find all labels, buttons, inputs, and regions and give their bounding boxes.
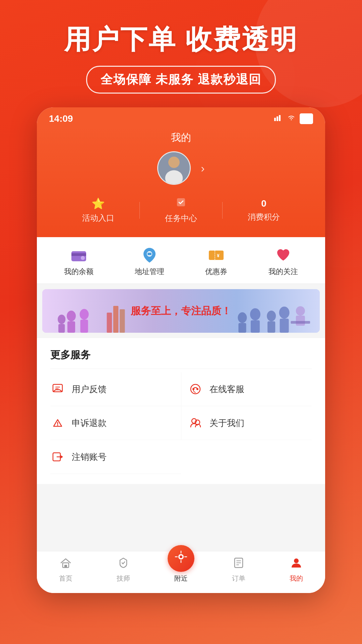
stat-task-label: 任务中心 [165,213,197,224]
signal-icon [274,114,283,123]
svg-rect-28 [251,320,260,333]
heart-label: 我的关注 [268,267,298,277]
about-label: 关于我们 [209,417,244,429]
nav-home-label: 首页 [59,574,72,583]
nearby-button[interactable] [168,545,194,572]
task-icon [176,197,186,210]
svg-point-18 [67,311,76,321]
status-time: 14:09 [49,113,73,124]
svg-text:¥: ¥ [217,253,220,258]
orders-icon [233,557,245,572]
phone-mockup: 14:09 75 我的 [37,107,325,593]
wifi-icon [287,114,296,123]
content-area: 我的余额 地址管理 ¥ [37,237,325,551]
home-icon [60,557,72,572]
profile-chevron[interactable]: › [201,162,204,175]
svg-point-47 [180,555,182,558]
profile-header: 我的 › ⭐ 活动入口 [37,127,325,237]
service-divider [50,369,312,369]
svg-point-25 [238,312,247,323]
mine-icon [290,557,302,572]
nav-nearby-label: 附近 [174,574,188,583]
cancel-icon [50,449,65,464]
svg-point-20 [80,309,89,320]
stat-activity[interactable]: ⭐ 活动入口 [57,197,139,223]
svg-point-39 [196,388,198,390]
svg-point-4 [168,157,180,168]
svg-rect-34 [296,316,305,326]
about-icon [188,416,203,430]
promo-banner[interactable]: 服务至上，专注品质！ [42,289,320,333]
empty-space [37,484,325,551]
nav-home[interactable]: 首页 [37,557,95,583]
status-bar: 14:09 75 [37,107,325,127]
feedback-icon [50,382,65,396]
more-services-section: 更多服务 用户反馈 [37,338,325,484]
stat-points-label: 消费积分 [248,212,280,222]
nav-technician[interactable]: 技师 [95,557,152,583]
svg-rect-7 [71,251,86,261]
nav-mine[interactable]: 我的 [267,557,325,583]
wallet-label: 我的余额 [64,267,94,277]
status-icons: 75 [274,113,313,124]
svg-rect-22 [107,313,112,333]
customer-icon [188,382,203,396]
wallet-icon [69,247,89,263]
customer-label: 在线客服 [209,383,244,395]
svg-point-40 [57,425,58,426]
refund-label: 申诉退款 [72,417,107,429]
svg-rect-12 [209,251,224,260]
svg-rect-23 [113,306,118,333]
avatar-image [158,152,190,184]
svg-point-16 [58,315,65,324]
service-cancel[interactable]: 注销账号 [50,440,181,474]
coupon-icon: ¥ [206,247,226,263]
more-services-title: 更多服务 [50,348,312,362]
avatar[interactable] [157,151,191,185]
nav-nearby[interactable]: 附近 [152,557,210,583]
service-feedback[interactable]: 用户反馈 [50,372,181,406]
svg-rect-17 [58,324,65,333]
service-refund[interactable]: 申诉退款 [50,406,181,440]
heart-icon [273,247,293,263]
svg-rect-32 [280,319,289,333]
bottom-nav: 首页 技师 [37,551,325,593]
nav-orders-label: 订单 [232,574,245,583]
nav-orders[interactable]: 订单 [210,557,267,583]
svg-rect-26 [238,323,246,333]
svg-rect-8 [71,253,86,256]
svg-rect-24 [120,309,125,333]
nav-mine-label: 我的 [290,574,303,583]
profile-row[interactable]: › [50,151,312,185]
stat-activity-label: 活动入口 [82,213,114,223]
svg-point-29 [267,311,276,321]
stat-points[interactable]: 0 消费积分 [223,198,305,222]
svg-rect-11 [147,253,152,255]
svg-point-31 [279,307,290,319]
banner-text: 服务至上，专注品质！ [131,304,231,318]
service-about[interactable]: 关于我们 [181,406,312,440]
svg-rect-35 [291,321,310,324]
star-icon: ⭐ [92,197,105,210]
quick-action-heart[interactable]: 我的关注 [268,247,298,277]
svg-rect-21 [80,320,88,333]
technician-icon [117,557,129,572]
nav-technician-label: 技师 [117,574,130,583]
nearby-icon [175,550,187,566]
quick-action-wallet[interactable]: 我的余额 [64,247,94,277]
svg-rect-2 [279,115,281,121]
quick-actions: 我的余额 地址管理 ¥ [37,237,325,284]
feedback-label: 用户反馈 [72,383,107,395]
quick-action-location[interactable]: 地址管理 [135,247,164,277]
svg-rect-0 [274,118,276,121]
service-customer[interactable]: 在线客服 [181,372,312,406]
svg-point-33 [296,306,305,316]
svg-point-9 [81,256,85,260]
quick-action-coupon[interactable]: ¥ 优惠券 [205,247,227,277]
stat-task[interactable]: 任务中心 [140,197,222,224]
svg-rect-30 [267,321,275,333]
stats-row: ⭐ 活动入口 任务中心 0 消费积分 [50,197,312,224]
location-label: 地址管理 [135,267,164,277]
svg-point-49 [294,558,299,563]
svg-point-27 [250,308,260,320]
